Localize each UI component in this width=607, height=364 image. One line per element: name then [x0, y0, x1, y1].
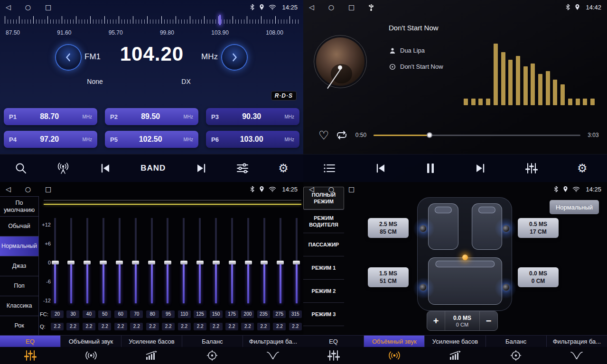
eq-slider-knob[interactable] [229, 261, 236, 264]
eq-band-slider[interactable] [164, 218, 171, 303]
preset-p4[interactable]: P4 97.20 MHz [4, 131, 97, 148]
eq-slider-knob[interactable] [245, 261, 252, 264]
tab-bass-boost[interactable]: Усиление басов [425, 336, 486, 347]
eq-preset-item[interactable]: Джаз [0, 256, 38, 276]
previous-track-button[interactable] [375, 164, 386, 173]
tune-down-button[interactable] [56, 45, 81, 70]
mode-item[interactable]: РЕЖИМ 2 [303, 280, 344, 303]
eq-preset-item[interactable]: Обычай [0, 217, 38, 237]
eq-preset-item[interactable]: Поп [0, 276, 38, 296]
eq-preset-item[interactable]: Нормальный [0, 237, 38, 256]
preset-p6[interactable]: P6 103.00 MHz [206, 131, 299, 148]
nav-recents-icon[interactable]: □ [45, 3, 51, 11]
nav-recents-icon[interactable]: □ [348, 3, 355, 11]
eq-band-slider[interactable] [84, 218, 91, 303]
eq-sliders-icon[interactable] [303, 347, 364, 364]
eq-slider-knob[interactable] [67, 261, 75, 264]
mixer-button[interactable] [525, 163, 538, 174]
tab-eq[interactable]: EQ [303, 336, 364, 347]
preset-p2[interactable]: P2 89.50 MHz [105, 108, 198, 125]
eq-band-slider[interactable] [180, 218, 187, 303]
nav-home-icon[interactable]: ○ [328, 185, 334, 193]
bass-boost-icon[interactable] [425, 347, 486, 364]
pause-button[interactable] [426, 163, 435, 174]
listening-position-dot[interactable] [462, 255, 468, 260]
band-button[interactable]: BAND [140, 164, 166, 173]
preset-p3[interactable]: P3 90.30 MHz [206, 108, 299, 125]
eq-band-slider[interactable] [228, 218, 236, 303]
nav-home-icon[interactable]: ○ [328, 3, 334, 11]
tab-bass-boost[interactable]: Усиление басов [121, 336, 182, 347]
eq-slider-knob[interactable] [293, 261, 300, 264]
tab-eq[interactable]: EQ [0, 336, 61, 347]
eq-band-slider[interactable] [277, 218, 284, 303]
eq-band-slider[interactable] [51, 218, 59, 303]
delay-increase-button[interactable]: + [427, 311, 445, 330]
next-track-button[interactable] [475, 164, 486, 173]
eq-slider-knob[interactable] [116, 261, 123, 264]
previous-station-button[interactable] [100, 164, 111, 173]
eq-slider-knob[interactable] [164, 261, 171, 264]
eq-band-slider[interactable] [116, 218, 123, 303]
eq-band-slider[interactable] [67, 218, 75, 303]
mode-item[interactable]: ПАССАЖИР [303, 233, 344, 256]
eq-band-slider[interactable] [261, 218, 268, 303]
crossover-filter-icon[interactable] [546, 347, 607, 364]
balance-icon[interactable] [486, 347, 546, 364]
delay-front-right[interactable]: 0.5 MS 17 CM [518, 218, 559, 238]
favorite-button[interactable]: ♡ [318, 129, 329, 141]
mode-item[interactable]: РЕЖИМ 3 [303, 303, 344, 326]
nav-recents-icon[interactable]: □ [348, 185, 355, 193]
eq-slider-knob[interactable] [180, 261, 187, 264]
progress-knob[interactable] [427, 132, 432, 138]
delay-front-left[interactable]: 2.5 MS 85 CM [368, 218, 409, 238]
nav-back-icon[interactable]: ◁ [309, 3, 314, 11]
equalizer-button[interactable] [236, 163, 249, 174]
eq-sliders-icon[interactable] [0, 347, 61, 364]
repeat-button[interactable] [336, 130, 348, 140]
bass-boost-icon[interactable] [121, 347, 182, 364]
nav-home-icon[interactable]: ○ [25, 3, 31, 11]
tab-filter[interactable]: Фильтрация ба... [547, 336, 607, 347]
eq-slider-knob[interactable] [196, 261, 204, 264]
eq-band-slider[interactable] [132, 218, 140, 303]
tab-filter[interactable]: Фильтрация ба... [243, 336, 303, 347]
surround-sound-icon[interactable] [364, 347, 425, 364]
preset-p1[interactable]: P1 88.70 MHz [4, 108, 97, 125]
tab-surround[interactable]: Объёмный звук [364, 336, 425, 347]
eq-band-slider[interactable] [212, 218, 220, 303]
eq-slider-knob[interactable] [52, 261, 59, 264]
delay-decrease-button[interactable]: − [479, 311, 497, 330]
nav-back-icon[interactable]: ◁ [309, 185, 314, 193]
next-station-button[interactable] [196, 164, 207, 173]
eq-slider-knob[interactable] [148, 261, 155, 264]
nav-home-icon[interactable]: ○ [25, 185, 31, 193]
tune-up-button[interactable] [222, 45, 247, 70]
eq-slider-knob[interactable] [277, 261, 284, 264]
tab-surround[interactable]: Объёмный звук [61, 336, 121, 347]
settings-button[interactable]: ⚙ [577, 163, 588, 174]
eq-slider-knob[interactable] [100, 261, 107, 264]
mode-item[interactable]: РЕЖИМ ВОДИТЕЛЯ [303, 210, 344, 233]
surround-sound-icon[interactable] [61, 347, 121, 364]
eq-slider-knob[interactable] [213, 261, 220, 264]
frequency-ruler[interactable] [5, 16, 299, 27]
eq-preset-item[interactable]: Классика [0, 296, 38, 316]
balance-icon[interactable] [182, 347, 243, 364]
eq-slider-knob[interactable] [261, 261, 268, 264]
surround-preset-button[interactable]: Нормальный [550, 200, 599, 214]
broadcast-scan-button[interactable] [56, 162, 70, 174]
nav-back-icon[interactable]: ◁ [6, 3, 11, 11]
nav-recents-icon[interactable]: □ [45, 185, 51, 193]
eq-slider-knob[interactable] [132, 261, 139, 264]
eq-band-slider[interactable] [100, 218, 107, 303]
eq-band-slider[interactable] [293, 218, 300, 303]
eq-band-slider[interactable] [148, 218, 156, 303]
delay-rear-right[interactable]: 0.0 MS 0 CM [518, 267, 559, 287]
delay-rear-left[interactable]: 1.5 MS 51 CM [368, 267, 409, 287]
playlist-button[interactable] [323, 163, 336, 173]
mode-item[interactable]: РЕЖИМ 1 [303, 256, 344, 280]
search-stations-button[interactable] [15, 162, 27, 174]
tab-balance[interactable]: Баланс [486, 336, 547, 347]
crossover-filter-icon[interactable] [243, 347, 303, 364]
